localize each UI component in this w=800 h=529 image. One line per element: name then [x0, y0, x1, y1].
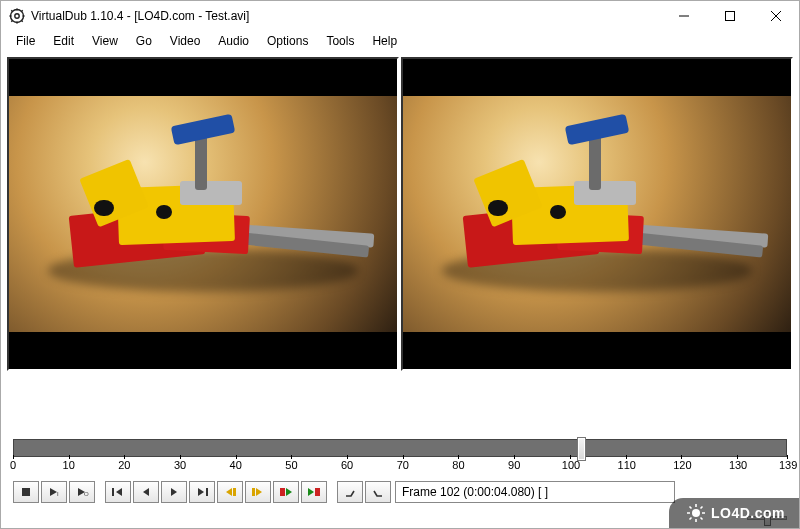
spacer [1, 371, 799, 439]
next-scene-button[interactable] [301, 481, 327, 503]
next-frame-button[interactable] [161, 481, 187, 503]
timeline-tick: 120 [673, 459, 689, 471]
watermark-text: LO4D.com [711, 505, 785, 521]
timeline-tick: 70 [395, 459, 411, 471]
status-bar: Frame 102 (0:00:04.080) [ ] [395, 481, 675, 503]
timeline-tick: 100 [562, 459, 578, 471]
menu-file[interactable]: File [7, 32, 44, 50]
go-end-button[interactable] [189, 481, 215, 503]
timeline: 0102030405060708090100110120130139 [1, 439, 799, 477]
window-title: VirtualDub 1.10.4 - [LO4D.com - Test.avi… [31, 9, 661, 23]
svg-rect-9 [252, 488, 255, 496]
mark-in-button[interactable] [337, 481, 363, 503]
svg-text:I: I [57, 491, 59, 497]
svg-point-1 [15, 14, 19, 18]
svg-rect-8 [233, 488, 236, 496]
svg-rect-11 [315, 488, 320, 496]
maximize-button[interactable] [707, 1, 753, 31]
timeline-thumb[interactable] [577, 437, 586, 461]
playback-group: I O [13, 481, 97, 503]
menu-tools[interactable]: Tools [317, 32, 363, 50]
minimize-button[interactable] [661, 1, 707, 31]
svg-rect-6 [112, 488, 114, 496]
svg-rect-2 [726, 12, 735, 21]
window-buttons [661, 1, 799, 31]
menu-go[interactable]: Go [127, 32, 161, 50]
timeline-tick: 139 [779, 459, 795, 471]
close-button[interactable] [753, 1, 799, 31]
timeline-ticks: 0102030405060708090100110120130139 [13, 459, 787, 477]
app-icon [9, 8, 25, 24]
watermark: LO4D.com [669, 498, 799, 528]
titlebar: VirtualDub 1.10.4 - [LO4D.com - Test.avi… [1, 1, 799, 31]
svg-rect-10 [280, 488, 285, 496]
prev-scene-button[interactable] [273, 481, 299, 503]
svg-point-12 [692, 509, 700, 517]
output-frame-image [403, 96, 791, 332]
timeline-tick: 130 [729, 459, 745, 471]
stop-button[interactable] [13, 481, 39, 503]
timeline-tick: 110 [618, 459, 634, 471]
next-keyframe-button[interactable] [245, 481, 271, 503]
mark-out-button[interactable] [365, 481, 391, 503]
timeline-tick: 0 [5, 459, 21, 471]
nav-group [105, 481, 329, 503]
menu-audio[interactable]: Audio [209, 32, 258, 50]
menu-view[interactable]: View [83, 32, 127, 50]
timeline-tick: 90 [506, 459, 522, 471]
mark-group [337, 481, 393, 503]
watermark-icon [687, 504, 705, 522]
prev-frame-button[interactable] [133, 481, 159, 503]
prev-keyframe-button[interactable] [217, 481, 243, 503]
timeline-tick: 80 [450, 459, 466, 471]
timeline-tick: 50 [283, 459, 299, 471]
input-frame-image [9, 96, 397, 332]
menubar: File Edit View Go Video Audio Options To… [1, 31, 799, 51]
menu-edit[interactable]: Edit [44, 32, 83, 50]
svg-rect-7 [206, 488, 208, 496]
menu-video[interactable]: Video [161, 32, 209, 50]
play-input-button[interactable]: I [41, 481, 67, 503]
output-preview-pane[interactable] [401, 57, 793, 371]
timeline-tick: 30 [172, 459, 188, 471]
menu-options[interactable]: Options [258, 32, 317, 50]
status-text: Frame 102 (0:00:04.080) [ ] [402, 485, 548, 499]
input-preview-pane[interactable] [7, 57, 399, 371]
timeline-tick: 10 [61, 459, 77, 471]
timeline-track[interactable] [13, 439, 787, 457]
menu-help[interactable]: Help [363, 32, 406, 50]
svg-text:O: O [84, 491, 89, 497]
timeline-tick: 20 [116, 459, 132, 471]
timeline-tick: 40 [228, 459, 244, 471]
go-start-button[interactable] [105, 481, 131, 503]
svg-rect-3 [22, 488, 30, 496]
play-output-button[interactable]: O [69, 481, 95, 503]
timeline-tick: 60 [339, 459, 355, 471]
preview-area [1, 51, 799, 371]
